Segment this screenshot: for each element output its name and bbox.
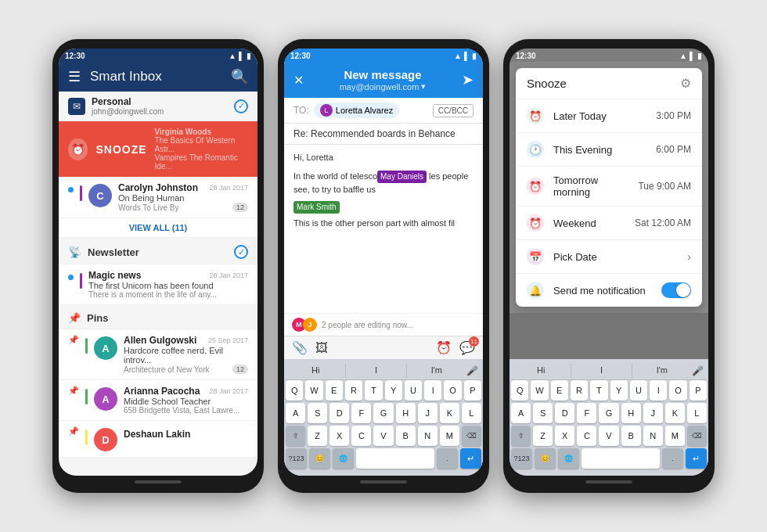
key-w[interactable]: W [305,380,322,401]
keyboard-3[interactable]: Hi I I'm 🎤 Q W E R T Y U I O [510,359,708,476]
key-l[interactable]: L [462,403,481,423]
key3-emoji[interactable]: 😊 [535,448,556,469]
sug3-hi[interactable]: Hi [514,364,567,378]
key-p[interactable]: P [464,380,481,401]
compose-body[interactable]: Hi, Loretta In the world of telescoMay D… [284,145,483,313]
key3-space[interactable] [582,448,660,469]
key3-t[interactable]: T [590,380,607,401]
key3-j[interactable]: J [643,403,663,423]
key3-e[interactable]: E [551,380,568,401]
dropdown-icon[interactable]: ▾ [421,81,426,92]
key-n[interactable]: N [418,426,438,446]
key-shift[interactable]: ⇧ [286,426,305,446]
key-123[interactable]: ?123 [286,448,307,469]
snooze-row[interactable]: ⏰ SNOOZE Virginia Woods The Basics Of We… [59,121,257,177]
key3-backspace[interactable]: ⌫ [687,426,707,446]
key3-shift[interactable]: ⇧ [511,426,531,446]
menu-icon[interactable]: ☰ [68,68,81,85]
key-u[interactable]: U [405,380,422,401]
key-period[interactable]: . [437,448,458,469]
email-item-arianna[interactable]: 📌 A Arianna Pacocha 28 Jan 2017 Middle S… [59,380,257,421]
snooze-settings-icon[interactable]: ⚙ [680,76,691,91]
key-q[interactable]: Q [286,380,303,401]
key3-s[interactable]: S [533,403,553,423]
key-j[interactable]: J [418,403,438,423]
key3-o[interactable]: O [669,380,686,401]
templates-icon-wrap[interactable]: 💬 11 [459,340,475,355]
key3-c[interactable]: C [577,426,596,446]
key-g[interactable]: G [373,403,393,423]
suggestion-im[interactable]: I'm [410,364,463,378]
key3-enter[interactable]: ↵ [686,448,707,469]
key3-f[interactable]: F [577,403,596,423]
key-o[interactable]: O [444,380,461,401]
email-item-allen[interactable]: 📌 A Allen Gulgowski 25 Sep 2017 Hardcore… [59,329,257,380]
mic-icon[interactable]: 🎤 [466,364,478,378]
key3-x[interactable]: X [555,426,574,446]
key-h[interactable]: H [396,403,416,423]
key-b[interactable]: B [396,426,416,446]
key-emoji[interactable]: 😊 [309,448,330,469]
key3-q[interactable]: Q [511,380,528,401]
image-icon[interactable]: 🖼 [315,341,328,355]
key3-a[interactable]: A [511,403,531,423]
key-v[interactable]: V [373,426,393,446]
cc-bcc-button[interactable]: CC/BCC [433,104,474,117]
key3-v[interactable]: V [599,426,618,446]
key3-i[interactable]: I [650,380,667,401]
key3-k[interactable]: K [665,403,685,423]
key-f[interactable]: F [351,403,371,423]
key-space[interactable] [356,448,434,469]
key3-z[interactable]: Z [533,426,553,446]
key3-123[interactable]: ?123 [511,448,532,469]
key3-y[interactable]: Y [610,380,628,401]
search-icon[interactable]: 🔍 [231,68,248,85]
snooze-option-this-evening[interactable]: 🕐 This Evening 6:00 PM [516,133,702,167]
key-t[interactable]: T [365,380,382,401]
email-item-carolyn[interactable]: C Carolyn Johnston 28 Jan 2017 On Being … [59,177,257,218]
key3-l[interactable]: L [687,403,707,423]
attach-icon[interactable]: 📎 [292,340,308,355]
key-a[interactable]: A [286,403,305,423]
key3-p[interactable]: P [690,380,707,401]
suggestion-i[interactable]: I [349,364,402,378]
key-d[interactable]: D [329,403,349,423]
key-i[interactable]: I [424,380,441,401]
key-m[interactable]: M [440,426,459,446]
key-s[interactable]: S [308,403,327,423]
snooze-option-weekend[interactable]: ⏰ Weekend Sat 12:00 AM [516,207,702,240]
snooze-option-tomorrow-morning[interactable]: ⏰ Tomorrow morning Tue 9:00 AM [516,167,702,207]
key3-h[interactable]: H [621,403,641,423]
key-x[interactable]: X [329,426,349,446]
key-k[interactable]: K [440,403,459,423]
email-item-magic[interactable]: Magic news 28 Jan 2017 The first Unicorn… [59,264,257,305]
close-icon[interactable]: ✕ [293,73,304,88]
keyboard-2[interactable]: Hi I I'm 🎤 Q W E R T Y U I O P A [284,359,483,476]
alarm-icon[interactable]: ⏰ [436,340,452,355]
key3-period[interactable]: . [662,448,683,469]
key3-w[interactable]: W [531,380,548,401]
key3-u[interactable]: U [630,380,647,401]
sug3-im[interactable]: I'm [636,364,689,378]
snooze-option-later-today[interactable]: ⏰ Later Today 3:00 PM [516,99,702,133]
email-item-deshaun[interactable]: 📌 D Deshaun Lakin [59,421,257,458]
send-icon[interactable]: ➤ [462,71,474,88]
key-backspace[interactable]: ⌫ [462,426,481,446]
sug3-i[interactable]: I [574,364,628,378]
notification-toggle[interactable] [661,282,691,298]
key-y[interactable]: Y [385,380,402,401]
key-c[interactable]: C [351,426,371,446]
key3-g[interactable]: G [599,403,618,423]
key3-r[interactable]: R [571,380,588,401]
view-all[interactable]: VIEW ALL (11) [59,218,257,238]
to-chip[interactable]: L Loretta Alvarez [314,102,399,118]
key-globe[interactable]: 🌐 [333,448,354,469]
key-e[interactable]: E [326,380,343,401]
key3-b[interactable]: B [621,426,641,446]
key-enter[interactable]: ↵ [460,448,481,469]
key3-m[interactable]: M [665,426,685,446]
snooze-option-pick-date[interactable]: 📅 Pick Date › [516,240,702,274]
mic-icon-3[interactable]: 🎤 [692,364,704,378]
key3-globe[interactable]: 🌐 [558,448,579,469]
key-r[interactable]: R [345,380,362,401]
